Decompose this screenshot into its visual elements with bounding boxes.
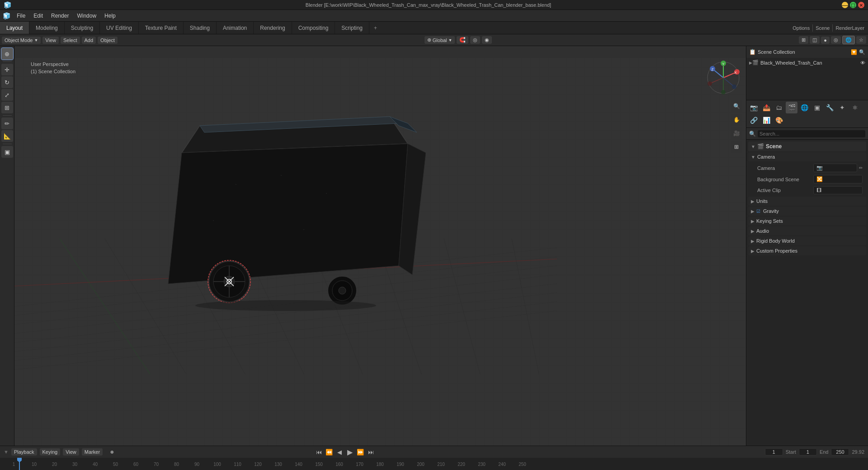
svg-text:X: X — [734, 70, 737, 75]
prop-tab-modifier[interactable]: 🔧 — [824, 102, 835, 113]
mode-selector[interactable]: Object Mode ▼ — [2, 37, 41, 44]
viewport-shading-material[interactable]: ◎ — [831, 36, 841, 44]
timeline-view-btn[interactable]: View — [63, 448, 79, 456]
start-frame-input[interactable]: 1 — [799, 448, 817, 456]
tab-uv-editing[interactable]: UV Editing — [100, 22, 139, 34]
navigation-gizmo[interactable]: X Y Z — [705, 60, 741, 96]
camera-view-btn[interactable]: 🎥 — [731, 127, 742, 139]
measure-tool[interactable]: 📐 — [1, 130, 13, 142]
zoom-in-btn[interactable]: 🔍 — [731, 100, 742, 112]
camera-row: Camera 📷 ✏ — [748, 162, 866, 174]
tab-texture-paint[interactable]: Texture Paint — [139, 22, 184, 34]
keying-sets-header[interactable]: ▶ Keying Sets — [748, 216, 866, 226]
camera-value[interactable]: 📷 — [813, 164, 857, 172]
scene-sub-header[interactable]: ▼ Camera — [748, 152, 866, 161]
xray-btn[interactable]: ◫ — [810, 36, 820, 44]
prop-tab-constraints[interactable]: 🔗 — [748, 114, 760, 126]
menu-edit[interactable]: Edit — [30, 12, 47, 20]
outliner-scene-item[interactable]: ▶ 🎬 Black_Wheeled_Trash_Can 👁 — [746, 59, 868, 66]
transform-orientation[interactable]: ⊕ Global ▼ — [425, 36, 455, 44]
transform-tool[interactable]: ⊞ — [1, 102, 13, 113]
tab-modeling[interactable]: Modeling — [29, 22, 65, 34]
prop-tab-render[interactable]: 📷 — [748, 102, 760, 113]
bg-scene-value[interactable]: 🔀 — [813, 175, 863, 183]
prop-tab-physics[interactable]: ⚛ — [849, 102, 861, 113]
audio-header[interactable]: ▶ Audio — [748, 226, 866, 235]
snap-button[interactable]: 🧲 — [457, 36, 468, 44]
tab-add[interactable]: + — [369, 22, 382, 34]
next-keyframe-btn[interactable]: ⏩ — [356, 447, 365, 456]
prev-keyframe-btn[interactable]: ⏪ — [325, 447, 334, 456]
play-reverse-btn[interactable]: ◀ — [335, 447, 344, 456]
timeline-ruler[interactable]: 1 10 20 30 40 50 60 70 80 90 100 110 120… — [0, 458, 868, 470]
viewport-perspective-label: User Perspective — [31, 61, 75, 68]
object-menu[interactable]: Object — [98, 37, 118, 44]
prop-tab-world[interactable]: 🌐 — [798, 102, 810, 113]
tab-sculpting[interactable]: Sculpting — [65, 22, 100, 34]
prop-tab-output[interactable]: 📤 — [760, 102, 772, 113]
transform-pivot[interactable]: ◉ — [482, 36, 492, 44]
frame-mark-190: 190 — [390, 462, 410, 467]
play-btn[interactable]: ▶ — [345, 447, 354, 456]
scene-dropdown[interactable]: Scene — [816, 25, 830, 31]
tab-animation[interactable]: Animation — [217, 22, 254, 34]
scene-section-header[interactable]: ▼ 🎬 Scene — [748, 141, 866, 151]
prop-tab-particles[interactable]: ✦ — [836, 102, 848, 113]
annotate-tool[interactable]: ✏ — [1, 118, 13, 129]
menu-help[interactable]: Help — [101, 12, 119, 20]
proportional-edit[interactable]: ◎ — [470, 36, 480, 44]
playback-btn[interactable]: Playback — [11, 448, 37, 456]
maximize-button[interactable]: □ — [850, 2, 856, 8]
outliner-visibility-icon[interactable]: 👁 — [860, 60, 865, 66]
prop-tab-data[interactable]: 📊 — [760, 114, 772, 126]
gravity-header[interactable]: ▶ ☑ Gravity — [748, 207, 866, 216]
search-input[interactable] — [758, 130, 865, 137]
marker-btn[interactable]: Marker — [82, 448, 103, 456]
viewport-shading-render[interactable]: 🌐 — [842, 36, 855, 44]
close-button[interactable]: × — [858, 2, 864, 8]
viewport[interactable]: User Perspective (1) Scene Collection X … — [14, 46, 746, 446]
renderlayer-dropdown[interactable]: RenderLayer — [835, 25, 864, 31]
jump-start-btn[interactable]: ⏮ — [314, 447, 323, 456]
add-menu[interactable]: Add — [82, 37, 96, 44]
prop-tab-material[interactable]: 🎨 — [773, 114, 785, 126]
jump-end-btn[interactable]: ⏭ — [366, 447, 375, 456]
end-frame-input[interactable]: 250 — [831, 448, 849, 456]
units-header[interactable]: ▶ Units — [748, 197, 866, 206]
outliner-search-icon[interactable]: 🔍 — [859, 49, 865, 55]
tab-layout[interactable]: Layout — [0, 22, 29, 34]
viewport-shading-extra[interactable]: ☆ — [856, 36, 866, 44]
scale-tool[interactable]: ⤢ — [1, 89, 13, 101]
options-button[interactable]: Options — [793, 25, 810, 31]
prop-tab-object[interactable]: ▣ — [811, 102, 823, 113]
custom-props-header[interactable]: ▶ Custom Properties — [748, 246, 866, 255]
move-tool[interactable]: ✛ — [1, 64, 13, 75]
minimize-button[interactable]: — — [842, 2, 848, 8]
tab-scripting[interactable]: Scripting — [335, 22, 369, 34]
active-clip-value[interactable]: 🎞 — [813, 186, 863, 194]
prop-tab-view-layer[interactable]: 🗂 — [773, 102, 785, 113]
rigid-body-header[interactable]: ▶ Rigid Body World — [748, 236, 866, 245]
pan-btn[interactable]: ✋ — [731, 114, 742, 126]
cursor-tool[interactable]: ⊕ — [1, 48, 13, 60]
gravity-checkbox[interactable]: ☑ — [756, 209, 760, 214]
overlay-btn[interactable]: ⊞ — [799, 36, 808, 44]
keying-btn[interactable]: Keying — [40, 448, 61, 456]
tab-rendering[interactable]: Rendering — [254, 22, 292, 34]
current-frame-input[interactable]: 1 — [765, 448, 783, 456]
viewport-shading-solid[interactable]: ● — [821, 37, 830, 44]
tab-compositing[interactable]: Compositing — [292, 22, 335, 34]
view-menu[interactable]: View — [42, 37, 59, 44]
menu-window[interactable]: Window — [73, 12, 100, 20]
rotate-tool[interactable]: ↻ — [1, 76, 13, 88]
camera-edit-icon[interactable]: ✏ — [859, 165, 863, 170]
select-menu[interactable]: Select — [61, 37, 80, 44]
tab-shading[interactable]: Shading — [184, 22, 217, 34]
add-cube-tool[interactable]: ▣ — [1, 146, 13, 158]
menu-render[interactable]: Render — [47, 12, 72, 20]
menu-file[interactable]: File — [13, 12, 29, 20]
orthographic-btn[interactable]: ⊞ — [731, 141, 742, 153]
outliner-filter-icon[interactable]: 🔽 — [851, 49, 857, 55]
prop-tab-scene[interactable]: 🎬 — [786, 102, 797, 113]
timeline-collapse[interactable]: ▼ — [4, 449, 9, 455]
